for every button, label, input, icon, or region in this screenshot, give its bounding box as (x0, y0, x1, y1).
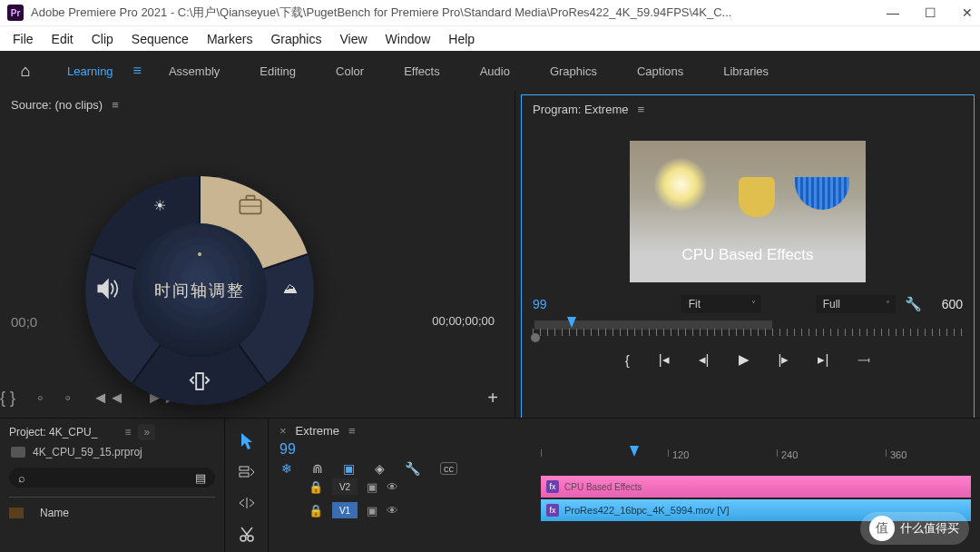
project-tab[interactable]: Project: 4K_CPU_ (9, 426, 97, 439)
menu-markers[interactable]: Markers (198, 32, 262, 46)
project-search[interactable]: ⌕ ▤ (9, 468, 215, 488)
brightness-icon[interactable]: ☀ (147, 192, 172, 218)
timeline-playhead[interactable] (630, 446, 639, 457)
v1-eye-icon[interactable]: 👁 (387, 504, 398, 518)
timeline-close-icon[interactable]: × (279, 424, 287, 438)
v2-label[interactable]: V2 (332, 478, 358, 495)
project-overflow-icon[interactable]: » (138, 424, 155, 440)
video-cup (739, 177, 775, 217)
program-tab[interactable]: Program: Extreme (533, 103, 628, 116)
export-frame-button[interactable]: ⟞ (858, 351, 870, 368)
track-select-tool[interactable] (236, 462, 258, 482)
ruler-start-handle[interactable] (531, 333, 540, 342)
timeline-timecode[interactable]: 99 (279, 441, 325, 458)
src-btn-2[interactable]: ◦ (37, 389, 43, 408)
project-item-chip (9, 508, 24, 518)
svg-rect-14 (240, 473, 249, 477)
v1-toggle-output-icon[interactable]: ▣ (367, 504, 377, 518)
goto-in-button[interactable]: |◂ (659, 351, 670, 368)
window-title: Adobe Premiere Pro 2021 - C:\用户\Qianseyu… (31, 5, 731, 21)
tools-panel (225, 419, 269, 552)
program-frame-counter[interactable]: 99 (533, 297, 547, 311)
menu-window[interactable]: Window (377, 32, 440, 46)
ws-graphics[interactable]: Graphics (530, 51, 617, 91)
v1-label[interactable]: V1 (332, 502, 358, 518)
menu-view[interactable]: View (330, 32, 376, 46)
folder-icon (11, 447, 25, 458)
menu-file[interactable]: File (4, 32, 43, 46)
radial-menu[interactable]: 时间轴调整 ☀ ⛰ (82, 172, 318, 409)
linked-selection-icon[interactable]: ▣ (343, 461, 355, 476)
marker-icon[interactable]: ◈ (375, 461, 385, 476)
search-icon: ⌕ (18, 471, 25, 485)
menu-sequence[interactable]: Sequence (122, 32, 198, 46)
home-icon[interactable]: ⌂ (4, 62, 47, 81)
minimize-button[interactable]: — (887, 5, 899, 20)
ws-learning[interactable]: Learning (47, 51, 133, 91)
ws-menu-icon[interactable]: ≡ (133, 63, 149, 79)
clip-label: ProRes422_16bpc_4K_5994.mov [V] (564, 505, 730, 516)
volume-icon[interactable] (96, 276, 122, 301)
ws-audio[interactable]: Audio (460, 51, 530, 91)
ws-libraries[interactable]: Libraries (703, 51, 789, 91)
magnet-icon[interactable]: ⋒ (312, 461, 323, 476)
watermark-text: 什么值得买 (900, 520, 959, 537)
program-ruler[interactable] (533, 317, 963, 342)
menu-edit[interactable]: Edit (43, 32, 83, 46)
source-tab[interactable]: Source: (no clips) (11, 98, 103, 112)
play-button[interactable]: ▶ (739, 351, 750, 368)
clip-cpu-effects[interactable]: fx CPU Based Effects (541, 476, 971, 498)
v1-lock-icon[interactable]: 🔒 (309, 504, 323, 518)
ws-effects[interactable]: Effects (384, 51, 460, 91)
settings-icon[interactable]: 🔧 (905, 296, 922, 312)
snap-icon[interactable]: ❄ (281, 461, 292, 476)
src-btn-3[interactable]: ◦ (64, 389, 70, 408)
menu-help[interactable]: Help (439, 32, 484, 46)
workspace-bar: ⌂ Learning ≡ Assembly Editing Color Effe… (0, 51, 980, 91)
watermark: 值 什么值得买 (860, 512, 969, 545)
v2-eye-icon[interactable]: 👁 (387, 480, 398, 494)
menu-graphics[interactable]: Graphics (261, 32, 330, 46)
ws-editing[interactable]: Editing (240, 51, 316, 91)
briefcase-icon[interactable] (238, 192, 263, 218)
program-panel: Program: Extreme ≡ CPU Based Effects 99 … (521, 94, 975, 418)
v2-lock-icon[interactable]: 🔒 (309, 480, 323, 494)
source-panel-menu-icon[interactable]: ≡ (112, 98, 119, 112)
mark-in-button[interactable]: { (625, 352, 630, 368)
track-v2: 🔒 V2 ▣ 👁 fx CPU Based Effects (269, 475, 971, 498)
timeline-tab[interactable]: Extreme (296, 424, 339, 438)
ws-assembly[interactable]: Assembly (149, 51, 240, 91)
program-monitor[interactable]: CPU Based Effects (630, 141, 866, 282)
titlebar: Pr Adobe Premiere Pro 2021 - C:\用户\Qians… (0, 0, 980, 25)
selection-tool[interactable] (236, 431, 258, 451)
filter-bin-icon[interactable]: ▤ (195, 471, 206, 485)
zoom-fit-select[interactable]: Fit (681, 295, 761, 313)
step-fwd-button[interactable]: |▸ (779, 351, 789, 368)
src-btn-1[interactable]: { } (0, 389, 15, 408)
svg-rect-10 (196, 373, 203, 389)
project-menu-icon[interactable]: ≡ (124, 426, 131, 439)
svg-rect-13 (240, 467, 249, 470)
name-column-header[interactable]: Name (40, 507, 69, 519)
close-button[interactable]: ✕ (962, 5, 973, 20)
timeline-ruler[interactable]: 120 240 360 (541, 449, 962, 468)
svg-rect-8 (246, 196, 254, 201)
v2-toggle-output-icon[interactable]: ▣ (367, 480, 377, 494)
swap-vertical-icon[interactable] (187, 369, 212, 394)
ripple-edit-tool[interactable] (236, 493, 258, 513)
ws-color[interactable]: Color (316, 51, 384, 91)
captions-icon[interactable]: cc (440, 462, 457, 475)
razor-tool[interactable] (236, 524, 258, 544)
resolution-select[interactable]: Full (816, 295, 896, 313)
src-add-button[interactable]: + (487, 388, 498, 409)
timeline-menu-icon[interactable]: ≡ (348, 424, 356, 438)
menu-clip[interactable]: Clip (83, 32, 122, 46)
timeline-settings-icon[interactable]: 🔧 (405, 461, 420, 476)
goto-out-button[interactable]: ▸| (818, 351, 828, 368)
landscape-icon[interactable]: ⛰ (278, 276, 303, 301)
watermark-icon: 值 (869, 516, 895, 541)
program-panel-menu-icon[interactable]: ≡ (637, 103, 644, 116)
maximize-button[interactable]: ☐ (925, 5, 936, 20)
ws-captions[interactable]: Captions (617, 51, 703, 91)
step-back-button[interactable]: ◂| (699, 351, 710, 368)
